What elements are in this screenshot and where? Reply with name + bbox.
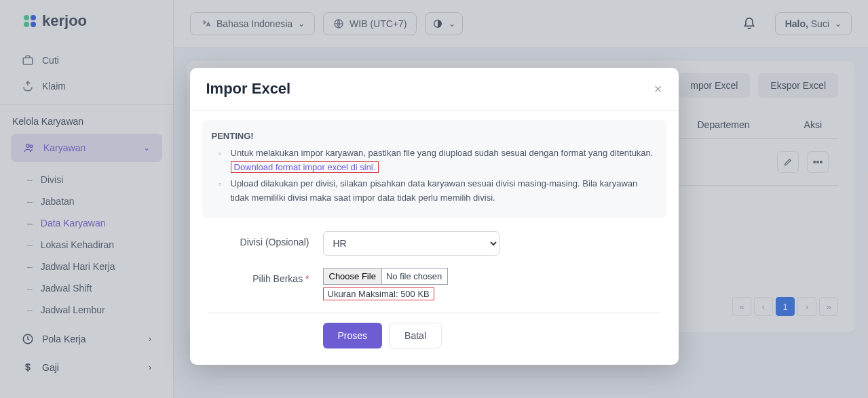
close-icon: × xyxy=(654,81,662,96)
import-modal: Impor Excel × PENTING! Untuk melakukan i… xyxy=(190,68,679,365)
modal-overlay: Impor Excel × PENTING! Untuk melakukan i… xyxy=(0,0,868,398)
file-input[interactable]: Choose File No file chosen xyxy=(323,268,449,285)
alert-line2: Upload dilakukan per divisi, silakan pis… xyxy=(221,177,657,205)
import-alert: PENTING! Untuk melakukan impor karyawan,… xyxy=(202,120,666,218)
label-file: Pilih Berkas * xyxy=(208,268,323,284)
file-size-hint: Ukuran Maksimal: 500 KB xyxy=(323,287,434,300)
alert-heading: PENTING! xyxy=(212,130,657,144)
choose-file-button[interactable]: Choose File xyxy=(324,268,382,284)
file-none-text: No file chosen xyxy=(383,268,447,284)
label-divisi: Divisi (Opsional) xyxy=(208,231,323,247)
modal-title: Impor Excel xyxy=(206,80,291,98)
submit-button[interactable]: Proses xyxy=(323,323,383,349)
modal-close-button[interactable]: × xyxy=(654,81,662,97)
download-format-link[interactable]: Download format impor excel di sini. xyxy=(231,161,379,173)
cancel-button[interactable]: Batal xyxy=(389,323,442,349)
divisi-select[interactable]: HR xyxy=(323,231,499,256)
alert-line1: Untuk melakukan impor karyawan, pastikan… xyxy=(231,148,654,158)
